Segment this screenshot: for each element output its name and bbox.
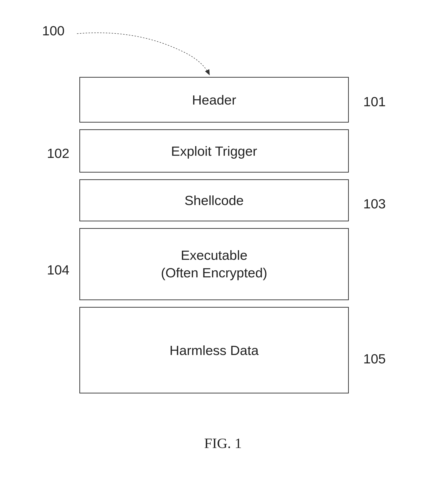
figure-caption: FIG. 1 (204, 435, 242, 452)
diagram-container: Header Exploit Trigger Shellcode Executa… (79, 77, 349, 400)
ref-label-104: 104 (47, 262, 69, 278)
block-executable: Executable (Often Encrypted) (79, 228, 349, 300)
block-executable-line2: (Often Encrypted) (161, 264, 267, 282)
ref-label-102: 102 (47, 145, 69, 161)
pointer-arrow (67, 26, 216, 82)
block-harmless-label: Harmless Data (170, 342, 259, 358)
block-harmless-data: Harmless Data (79, 307, 349, 394)
block-executable-line1: Executable (161, 247, 267, 264)
ref-label-100: 100 (42, 23, 64, 38)
block-header: Header (79, 77, 349, 123)
block-header-label: Header (192, 92, 236, 108)
block-shellcode-label: Shellcode (185, 193, 244, 208)
ref-label-101: 101 (363, 94, 386, 109)
block-exploit-label: Exploit Trigger (171, 143, 257, 159)
ref-label-105: 105 (363, 351, 386, 366)
ref-label-103: 103 (363, 196, 386, 212)
block-shellcode: Shellcode (79, 179, 349, 221)
block-exploit-trigger: Exploit Trigger (79, 129, 349, 173)
